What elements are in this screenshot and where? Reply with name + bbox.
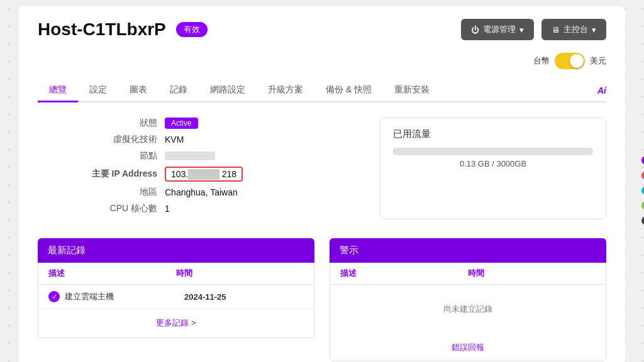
- header-left: Host-C1TLbxrP 有效: [38, 19, 208, 40]
- power-management-button[interactable]: ⏻ 電源管理 ▾: [461, 19, 534, 40]
- latest-records-footer: 更多記錄 >: [38, 309, 314, 336]
- tab-overview[interactable]: 總覽: [38, 79, 78, 102]
- currency-right-label: 美元: [590, 55, 606, 67]
- warnings-cols: 描述 時間: [330, 263, 606, 285]
- bandwidth-value: 0.13 GB / 3000GB: [393, 159, 593, 168]
- bandwidth-progress-bar: [393, 148, 593, 155]
- virt-row: 虛擬化技術 KVM: [75, 134, 361, 145]
- dot-green: [641, 201, 644, 210]
- nav-tabs: 總覽 設定 圖表 記錄 網路設定 升級方案 備份 & 快照 重新安裝 Ai: [38, 79, 606, 102]
- cpu-label: CPU 核心數: [75, 203, 157, 214]
- state-label: 狀態: [75, 118, 157, 129]
- more-records-link[interactable]: 更多記錄 >: [156, 318, 196, 327]
- tab-network[interactable]: 網路設定: [199, 79, 257, 102]
- warnings-card: 警示 描述 時間 尚未建立記錄 錯誤回報: [330, 238, 606, 361]
- cpu-row: CPU 核心數 1: [75, 203, 361, 214]
- page-header: Host-C1TLbxrP 有效 ⏻ 電源管理 ▾ 🖥 主控台 ▾: [38, 19, 606, 40]
- info-section: 狀態 Active 虛擬化技術 KVM 節點 主要 IP Address 103…: [38, 118, 361, 219]
- check-icon: [48, 291, 60, 302]
- currency-toggle-area: 台幣 美元: [38, 53, 606, 69]
- tab-reinstall[interactable]: 重新安裝: [383, 79, 441, 102]
- region-row: 地區 Changhua, Taiwan: [75, 187, 361, 198]
- bandwidth-title: 已用流量: [393, 128, 593, 140]
- info-table: 狀態 Active 虛擬化技術 KVM 節點 主要 IP Address 103…: [75, 118, 361, 214]
- warnings-body: 描述 時間 尚未建立記錄 錯誤回報: [330, 263, 606, 361]
- active-badge: Active: [165, 118, 198, 129]
- latest-record-row-0: 建立雲端主機 2024-11-25: [38, 285, 314, 309]
- dot-dark: [641, 216, 644, 225]
- node-value: [165, 151, 215, 160]
- dot-red: [641, 171, 644, 180]
- tab-charts[interactable]: 圖表: [118, 79, 158, 102]
- latest-records-header: 最新記錄: [38, 238, 314, 263]
- ai-tab[interactable]: Ai: [597, 79, 606, 101]
- chevron-down-icon: ▾: [519, 25, 524, 35]
- node-label: 節點: [75, 150, 157, 162]
- warnings-footer: 錯誤回報: [330, 334, 606, 361]
- latest-col-time: 時間: [176, 268, 304, 279]
- warnings-col-time: 時間: [468, 268, 596, 279]
- power-icon: ⏻: [471, 25, 479, 35]
- dot-purple: [641, 156, 644, 165]
- warnings-empty-msg: 尚未建立記錄: [330, 285, 606, 334]
- tab-upgrade[interactable]: 升級方案: [257, 79, 314, 102]
- bandwidth-section: 已用流量 0.13 GB / 3000GB: [380, 118, 606, 219]
- latest-records-card: 最新記錄 描述 時間 建立雲端主機 2024-11-25 更多記錄 >: [38, 238, 314, 361]
- dot-cyan: [641, 186, 644, 195]
- chevron-down-icon: ▾: [592, 25, 596, 35]
- error-report-link[interactable]: 錯誤回報: [452, 343, 484, 352]
- content-area: 狀態 Active 虛擬化技術 KVM 節點 主要 IP Address 103…: [38, 118, 606, 219]
- side-dots: [641, 156, 644, 225]
- warnings-header: 警示: [330, 238, 606, 263]
- records-section: 最新記錄 描述 時間 建立雲端主機 2024-11-25 更多記錄 >: [38, 238, 606, 361]
- virt-label: 虛擬化技術: [75, 134, 157, 145]
- node-row: 節點: [75, 150, 361, 162]
- monitor-icon: 🖥: [552, 25, 560, 35]
- ip-value: 103.█████ 218: [165, 167, 243, 182]
- status-badge: 有效: [176, 22, 208, 37]
- bandwidth-progress-fill: [393, 148, 394, 155]
- ip-label: 主要 IP Address: [75, 168, 157, 180]
- latest-record-time-0: 2024-11-25: [184, 292, 304, 302]
- tab-backup[interactable]: 備份 & 快照: [314, 79, 383, 102]
- ip-row: 主要 IP Address 103.█████ 218: [75, 167, 361, 182]
- state-row: 狀態 Active: [75, 118, 361, 129]
- latest-record-desc-0: 建立雲端主機: [65, 291, 184, 302]
- currency-toggle-switch[interactable]: [555, 53, 585, 69]
- page-title: Host-C1TLbxrP: [38, 19, 166, 40]
- region-label: 地區: [75, 187, 157, 198]
- latest-col-desc: 描述: [48, 268, 176, 279]
- tab-settings[interactable]: 設定: [78, 79, 118, 102]
- latest-records-cols: 描述 時間: [38, 263, 314, 285]
- latest-records-body: 描述 時間 建立雲端主機 2024-11-25 更多記錄 >: [38, 263, 314, 338]
- toggle-knob: [570, 54, 584, 68]
- tab-records[interactable]: 記錄: [158, 79, 199, 102]
- region-value: Changhua, Taiwan: [165, 187, 238, 197]
- cpu-value: 1: [165, 204, 170, 214]
- console-button[interactable]: 🖥 主控台 ▾: [541, 19, 606, 40]
- currency-left-label: 台幣: [533, 55, 550, 67]
- virt-value: KVM: [165, 134, 184, 145]
- header-right: ⏻ 電源管理 ▾ 🖥 主控台 ▾: [461, 19, 606, 40]
- warnings-col-desc: 描述: [340, 268, 468, 279]
